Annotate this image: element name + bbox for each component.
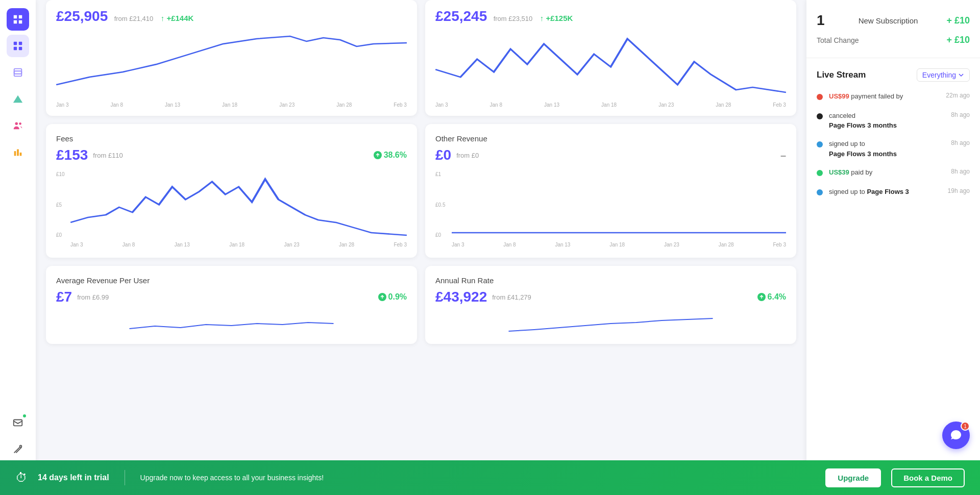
other-revenue-from: from £0	[456, 152, 479, 159]
total-change-amount: + £10	[946, 35, 970, 45]
event-text-5: signed up to Page Flows 3	[829, 187, 909, 196]
event-content-3: signed up to 8h ago Page Flows 3 months	[829, 139, 970, 157]
fees-change: 38.6%	[374, 151, 407, 160]
top-card-right: £25,245 from £23,510 ↑ +£125K Jan 3Jan 8…	[425, 0, 796, 116]
chat-button[interactable]: 1	[942, 422, 970, 449]
svg-rect-3	[19, 47, 22, 50]
top-card-right-from: from £23,510	[494, 15, 533, 22]
event-time-1: 22m ago	[942, 92, 970, 99]
timer-icon: ⏱	[15, 471, 28, 485]
event-time-5: 19h ago	[944, 187, 970, 194]
chat-badge: 1	[961, 422, 970, 431]
trial-days-left: 14 days left in trial	[38, 473, 109, 482]
subscription-count: 1	[817, 12, 825, 29]
sidebar-item-layers[interactable]	[7, 61, 29, 84]
svg-rect-11	[20, 153, 22, 156]
event-text-1: US$99 payment failed by	[829, 92, 903, 101]
event-time-2: 8h ago	[947, 111, 970, 118]
svg-rect-2	[14, 47, 17, 50]
sidebar-item-triangle[interactable]	[7, 88, 29, 110]
x-axis-left-top: Jan 3Jan 8Jan 13Jan 18Jan 23Jan 28Feb 3	[56, 102, 407, 108]
stream-event-1: US$99 payment failed by 22m ago	[817, 92, 970, 101]
top-card-left-change: ↑ +£144K	[161, 14, 194, 22]
fees-x-axis: Jan 3Jan 8Jan 13Jan 18Jan 23Jan 28Feb 3	[70, 242, 407, 247]
event-sub-2: Page Flows 3 months	[829, 121, 970, 129]
event-dot-1	[817, 94, 823, 100]
event-content-2: canceled 8h ago Page Flows 3 months	[829, 111, 970, 129]
arr-card: Annual Run Rate £43,922 from £41,279 6.4…	[425, 266, 796, 344]
main-content: £25,905 from £21,410 ↑ +£144K Jan 3Jan 8…	[36, 0, 806, 495]
svg-rect-10	[17, 150, 19, 156]
svg-rect-12	[14, 420, 22, 426]
arpu-title: Average Revenue Per User	[56, 276, 407, 285]
trial-upgrade-message: Upgrade now to keep access to all your b…	[140, 474, 324, 482]
arpu-change: 0.9%	[378, 292, 407, 302]
top-card-left-from: from £21,410	[114, 15, 154, 22]
trial-bar: ⏱ 14 days left in trial Upgrade now to k…	[0, 460, 980, 495]
event-text-4: US$39 paid by	[829, 168, 872, 177]
sidebar-item-mail[interactable]	[7, 411, 29, 434]
x-axis-right-top: Jan 3Jan 8Jan 13Jan 18Jan 23Jan 28Feb 3	[435, 102, 786, 108]
arpu-card: Average Revenue Per User £7 from £6.99 0…	[46, 266, 417, 344]
mail-notification-dot	[22, 413, 27, 418]
other-revenue-card: Other Revenue £0 from £0 – £1 £0.5 £0	[425, 124, 796, 258]
arpu-value: £7	[56, 289, 72, 305]
arr-value: £43,922	[435, 289, 487, 305]
event-content-1: US$99 payment failed by 22m ago	[829, 92, 970, 101]
svg-marker-6	[13, 95, 22, 103]
arr-from: from £41,279	[492, 293, 531, 301]
other-revenue-value: £0	[435, 147, 451, 163]
top-card-right-change: ↑ +£125K	[540, 14, 573, 22]
event-sub-3: Page Flows 3 months	[829, 150, 970, 158]
event-dot-4	[817, 170, 823, 176]
stream-event-2: canceled 8h ago Page Flows 3 months	[817, 111, 970, 129]
svg-point-7	[15, 122, 18, 126]
live-stream-section: Live Stream Everything US$99 payment fai…	[806, 58, 980, 217]
event-dot-5	[817, 189, 823, 195]
other-revenue-change: –	[780, 150, 786, 161]
event-dot-2	[817, 113, 823, 119]
stream-event-3: signed up to 8h ago Page Flows 3 months	[817, 139, 970, 157]
other-revenue-title: Other Revenue	[435, 134, 786, 143]
event-content-4: US$39 paid by 8h ago	[829, 168, 970, 177]
event-dot-3	[817, 141, 823, 147]
svg-point-8	[19, 122, 21, 125]
event-text-2: canceled	[829, 111, 855, 120]
subscription-label: New Subscription	[859, 16, 918, 25]
event-content-5: signed up to Page Flows 3 19h ago	[829, 187, 970, 196]
sidebar-item-analytics[interactable]	[7, 8, 29, 31]
live-stream-title: Live Stream	[817, 70, 866, 80]
svg-point-15	[20, 445, 22, 448]
svg-rect-1	[19, 42, 22, 45]
live-stream-filter[interactable]: Everything	[917, 68, 970, 82]
book-demo-button[interactable]: Book a Demo	[891, 468, 965, 487]
fees-from: from £110	[93, 152, 123, 159]
sidebar	[0, 0, 36, 495]
subscription-box: 1 New Subscription + £10 Total Change + …	[806, 0, 980, 58]
arr-title: Annual Run Rate	[435, 276, 786, 285]
upgrade-button[interactable]: Upgrade	[825, 468, 881, 487]
cards-grid: Fees £153 from £110 38.6% £10 £5 £0	[46, 124, 796, 352]
stream-event-4: US$39 paid by 8h ago	[817, 168, 970, 177]
arr-change: 6.4%	[757, 292, 786, 302]
top-card-left: £25,905 from £21,410 ↑ +£144K Jan 3Jan 8…	[46, 0, 417, 116]
sidebar-item-users[interactable]	[7, 114, 29, 137]
sidebar-item-barchart[interactable]	[7, 141, 29, 163]
event-time-3: 8h ago	[947, 139, 970, 146]
trial-bar-divider	[125, 470, 125, 485]
fees-value: £153	[56, 147, 88, 163]
event-time-4: 8h ago	[947, 168, 970, 175]
event-text-3: signed up to	[829, 139, 865, 148]
right-panel: 1 New Subscription + £10 Total Change + …	[806, 0, 980, 495]
fees-title: Fees	[56, 134, 407, 143]
total-change-label: Total Change	[817, 36, 859, 44]
other-revenue-x-axis: Jan 3Jan 8Jan 13Jan 18Jan 23Jan 28Feb 3	[452, 242, 786, 247]
stream-event-5: signed up to Page Flows 3 19h ago	[817, 187, 970, 196]
svg-rect-0	[14, 42, 17, 45]
svg-rect-9	[14, 151, 16, 156]
sidebar-item-grid[interactable]	[7, 35, 29, 57]
arpu-from: from £6.99	[77, 293, 109, 301]
fees-card: Fees £153 from £110 38.6% £10 £5 £0	[46, 124, 417, 258]
sidebar-item-tools[interactable]	[7, 438, 29, 460]
subscription-amount: + £10	[946, 15, 970, 26]
